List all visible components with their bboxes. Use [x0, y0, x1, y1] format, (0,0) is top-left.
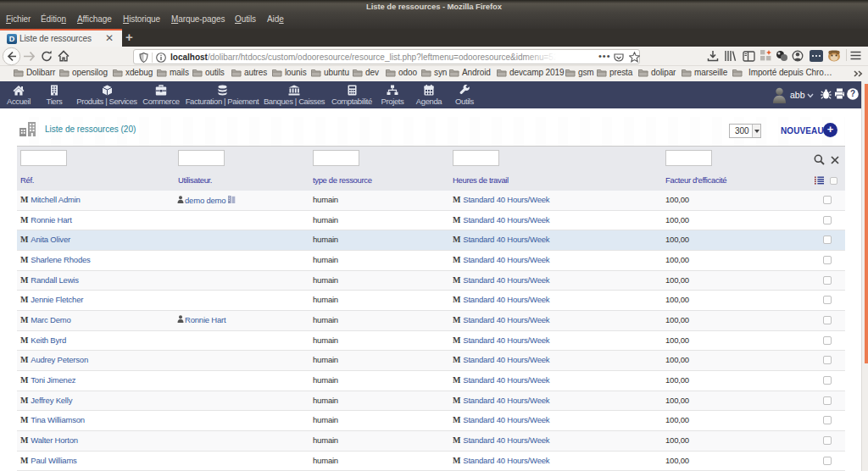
svg-text:?: ?: [850, 89, 855, 98]
